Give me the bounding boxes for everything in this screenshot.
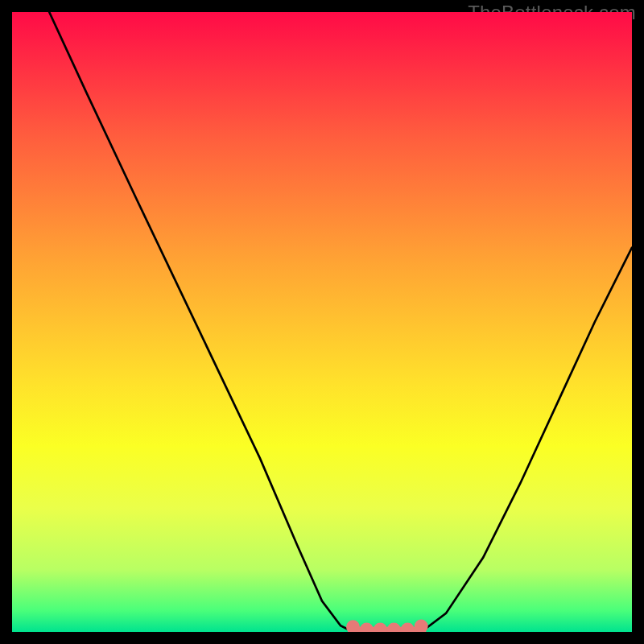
plot-area xyxy=(12,12,632,632)
curve-layer xyxy=(12,12,632,632)
chart-stage: TheBottleneck.com xyxy=(0,0,644,644)
valley-dot xyxy=(346,620,360,632)
valley-dot xyxy=(360,622,374,632)
valley-dot xyxy=(387,622,401,632)
valley-dot xyxy=(415,620,428,632)
left-curve xyxy=(49,12,353,632)
valley-dot xyxy=(374,622,387,632)
right-curve xyxy=(421,248,632,632)
valley-dot xyxy=(401,622,415,632)
